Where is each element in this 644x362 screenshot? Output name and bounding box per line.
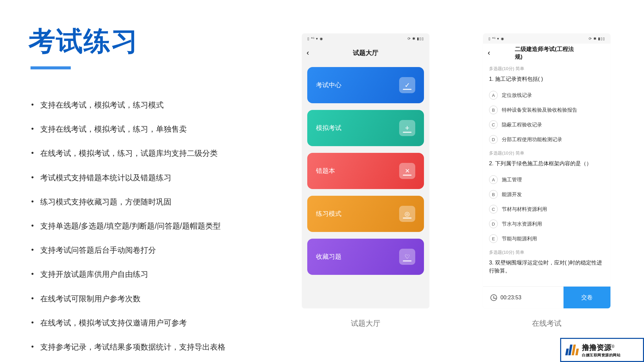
option-text: 节材与材料资源利用 (502, 206, 547, 213)
option-badge: A (489, 175, 498, 184)
option-badge: B (489, 190, 498, 199)
option-badge: B (489, 106, 498, 114)
option-row[interactable]: C隐蔽工程验收记录 (483, 117, 610, 132)
back-icon[interactable]: ‹ (307, 49, 309, 57)
back-icon[interactable]: ‹ (488, 49, 490, 57)
option-badge: A (489, 91, 498, 100)
heart-icon: ♡ (399, 249, 415, 265)
card-exam-center[interactable]: 考试中心 ✓ (307, 67, 424, 103)
question-meta: 多选题(10分) 简单 (483, 62, 610, 72)
question-text: 2. 下列属于绿色施工总体框架内容的是（） (483, 156, 610, 172)
title-underline (31, 66, 71, 69)
x-icon: ✕ (399, 163, 415, 179)
option-text: 节能与能源利用 (502, 236, 537, 242)
option-text: 节水与水资源利用 (502, 221, 542, 227)
option-text: 特种设备安装检验及验收检验报告 (502, 107, 577, 113)
phone1-caption: 试题大厅 (302, 318, 429, 328)
card-favorite[interactable]: 收藏习题 ♡ (307, 239, 424, 275)
logo-main-text: 撸撸资源 (582, 343, 611, 352)
card-label: 收藏习题 (316, 252, 341, 261)
question-text: 3. 双壁钢围堰浮运定位时，应对( )时的稳定性进行验算。 (483, 255, 610, 277)
feature-item: 支持参考记录，考试结果多项数据统计，支持导出表格 (29, 342, 280, 352)
submit-button[interactable]: 交卷 (564, 287, 610, 308)
phone-mock-online-exam: ▯ ⁴ᴳ ▾ ◉ ⟳ ✱ ▮▯▯ ‹ 二级建造师考试(工程法规) 多选题(10分… (483, 34, 610, 308)
feature-item: 在线考试，模拟考试支持仅邀请用户可参考 (29, 317, 280, 328)
option-row[interactable]: D节水与水资源利用 (483, 217, 610, 231)
timer-text: 00:23:53 (500, 295, 521, 301)
option-badge: E (489, 234, 498, 243)
status-bar: ▯ ⁴ᴳ ▾ ◉ ⟳ ✱ ▮▯▯ (483, 34, 610, 44)
feature-item: 支持考试问答题后台手动阅卷打分 (29, 245, 280, 255)
exam-footer: 00:23:53 交卷 (483, 286, 610, 308)
option-text: 分部工程使用功能检测记录 (502, 136, 562, 143)
feature-item: 支持开放试题库供用户自由练习 (29, 269, 280, 280)
feature-item: 考试模式支持错题本统计以及错题练习 (29, 172, 280, 183)
option-row[interactable]: B能源开发 (483, 187, 610, 202)
phone-mock-question-hall: ▯ ⁴ᴳ ▾ ◉ ⟳ ✱ ▮▯▯ ‹ 试题大厅 考试中心 ✓ 模拟考试 + 错题… (302, 34, 429, 308)
option-row[interactable]: E节能与能源利用 (483, 231, 610, 246)
question-meta: 多选题(10分) 简单 (483, 147, 610, 156)
card-label: 考试中心 (316, 81, 341, 89)
status-left-icons: ▯ ⁴ᴳ ▾ ◉ (307, 37, 323, 41)
nav-title: 二级建造师考试(工程法规) (515, 45, 579, 61)
timer: 00:23:53 (483, 287, 564, 308)
plus-icon: + (399, 120, 415, 136)
card-mock-exam[interactable]: 模拟考试 + (307, 110, 424, 146)
option-text: 施工管理 (502, 177, 522, 183)
option-row[interactable]: D分部工程使用功能检测记录 (483, 132, 610, 147)
status-right-icons: ⟳ ✱ ▮▯▯ (408, 37, 424, 41)
status-right-icons: ⟳ ✱ ▮▯▯ (589, 37, 605, 41)
card-label: 模拟考试 (316, 124, 341, 132)
card-practice-mode[interactable]: 练习模式 ◎ (307, 196, 424, 232)
option-row[interactable]: C节材与材料资源利用 (483, 202, 610, 217)
option-badge: D (489, 135, 498, 144)
feature-item: 支持在线考试，模拟考试，练习模式 (29, 100, 280, 110)
logo-sub-text: 白嫖互联网资源的网站 (582, 353, 621, 358)
feature-item: 支持单选题/多选题/填空题/判断题/问答题/题帽题类型 (29, 221, 280, 231)
checklist-icon: ✓ (399, 77, 415, 93)
phone2-caption: 在线考试 (483, 318, 610, 328)
nav-bar: ‹ 试题大厅 (302, 44, 429, 62)
option-badge: C (489, 205, 498, 214)
nav-title: 试题大厅 (353, 49, 378, 57)
feature-item: 在线考试，模拟考试，练习，试题库均支持二级分类 (29, 148, 280, 159)
nav-bar: ‹ 二级建造师考试(工程法规) (483, 44, 610, 62)
card-wrong-book[interactable]: 错题本 ✕ (307, 153, 424, 189)
logo-mark-icon (565, 343, 579, 357)
registered-icon: ® (611, 344, 614, 349)
question-text: 1. 施工记录资料包括( ) (483, 72, 610, 88)
option-text: 隐蔽工程验收记录 (502, 122, 542, 128)
feature-item: 在线考试可限制用户参考次数 (29, 293, 280, 304)
bulb-icon: ◎ (399, 206, 415, 222)
clock-icon (490, 294, 497, 301)
feature-item: 支持在线考试，模拟考试，练习，单独售卖 (29, 124, 280, 134)
card-label: 错题本 (316, 167, 335, 175)
option-row[interactable]: B特种设备安装检验及验收检验报告 (483, 103, 610, 117)
feature-item: 练习模式支持收藏习题，方便随时巩固 (29, 196, 280, 207)
option-badge: C (489, 120, 498, 129)
option-badge: D (489, 220, 498, 228)
status-left-icons: ▯ ⁴ᴳ ▾ ◉ (488, 37, 504, 41)
footer-logo: 撸撸资源® 白嫖互联网资源的网站 (560, 338, 644, 362)
status-bar: ▯ ⁴ᴳ ▾ ◉ ⟳ ✱ ▮▯▯ (302, 34, 429, 44)
card-label: 练习模式 (316, 209, 341, 218)
option-row[interactable]: A定位放线记录 (483, 88, 610, 103)
option-text: 定位放线记录 (502, 92, 532, 99)
option-text: 能源开发 (502, 191, 522, 198)
question-meta: 多选题(10分) 简单 (483, 246, 610, 255)
feature-list: 支持在线考试，模拟考试，练习模式 支持在线考试，模拟考试，练习，单独售卖 在线考… (29, 100, 280, 352)
option-row[interactable]: A施工管理 (483, 172, 610, 187)
page-title: 考试练习 (29, 23, 280, 60)
